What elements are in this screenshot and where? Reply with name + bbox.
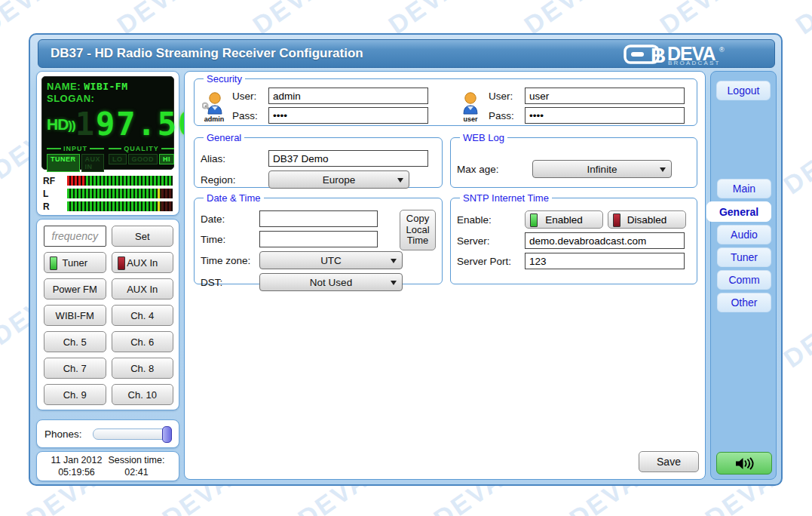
admin-user-input[interactable] bbox=[268, 88, 428, 104]
green-led-icon bbox=[50, 256, 57, 270]
svg-text:B: B bbox=[651, 44, 666, 66]
user-user-input[interactable] bbox=[525, 88, 685, 104]
preset-button-aux-in[interactable]: AUX In bbox=[112, 278, 174, 299]
copy-local-time-button[interactable]: Copy Local Time bbox=[400, 210, 436, 250]
indicator-lo: LO bbox=[109, 154, 127, 164]
button-label: Tuner bbox=[63, 257, 87, 269]
sntp-server-label: Server: bbox=[457, 235, 525, 247]
brand-watermark: DEVA bbox=[778, 131, 812, 201]
nav-stack: MainGeneralAudioTunerCommOther bbox=[711, 176, 777, 312]
timezone-select[interactable]: UTC bbox=[259, 251, 403, 269]
sntp-port-input[interactable] bbox=[525, 253, 685, 269]
user-icon-label: user bbox=[457, 115, 484, 123]
meter-r: R bbox=[43, 200, 176, 213]
sntp-server-input[interactable] bbox=[525, 232, 685, 249]
sntp-port-label: Server Port: bbox=[457, 256, 525, 267]
indicator-tuner: TUNER bbox=[47, 154, 80, 172]
datetime-legend: Date & Time bbox=[204, 192, 264, 204]
input-indicators: TUNERAUX IN bbox=[47, 154, 104, 172]
chevron-down-icon bbox=[391, 259, 397, 263]
sidebar-item-audio[interactable]: Audio bbox=[717, 225, 771, 244]
alias-input[interactable] bbox=[268, 150, 428, 167]
region-select[interactable]: Europe bbox=[268, 170, 409, 189]
chevron-down-icon bbox=[397, 178, 403, 183]
preset-button-power-fm[interactable]: Power FM bbox=[44, 278, 106, 299]
preset-button-wibi-fm[interactable]: WIBI-FM bbox=[44, 305, 106, 326]
preset-button-ch-5[interactable]: Ch. 5 bbox=[44, 331, 106, 352]
sidebar-item-main[interactable]: Main bbox=[717, 179, 771, 198]
hd-radio-icon: HD)) bbox=[47, 115, 75, 134]
weblog-section: WEB Log Max age: Infinite bbox=[450, 132, 697, 188]
page: DEVADEVADEVADEVADEVADEVADEVADEVADEVADEVA… bbox=[0, 0, 812, 516]
meter-l: L bbox=[43, 187, 176, 200]
meter-segment-dim bbox=[161, 201, 173, 211]
user-pass-input[interactable] bbox=[525, 107, 685, 124]
preset-button-ch-10[interactable]: Ch. 10 bbox=[112, 384, 174, 405]
nav-sidebar: Logout MainGeneralAudioTunerCommOther bbox=[710, 71, 777, 480]
meter-label: L bbox=[43, 189, 67, 199]
admin-icon-label: admin bbox=[201, 115, 228, 123]
meter-segment-red bbox=[67, 176, 86, 186]
dst-select[interactable]: Not Used bbox=[259, 273, 403, 291]
lcd-slogan-line: SLOGAN: bbox=[47, 93, 169, 105]
preset-button-ch-4[interactable]: Ch. 4 bbox=[112, 305, 174, 326]
button-label: Ch. 7 bbox=[63, 363, 87, 374]
device-datetime: 11 Jan 2012 05:19:56 bbox=[51, 454, 103, 478]
general-section: General Alias: Region: Europe bbox=[194, 132, 443, 188]
admin-pass-input[interactable] bbox=[268, 107, 428, 124]
sidebar-item-comm[interactable]: Comm bbox=[717, 270, 771, 290]
sidebar-item-general[interactable]: General bbox=[706, 201, 771, 222]
phones-slider-thumb[interactable] bbox=[162, 426, 172, 443]
main-content: Security admin User: bbox=[184, 71, 706, 480]
save-button[interactable]: Save bbox=[639, 451, 699, 472]
preset-button-ch-9[interactable]: Ch. 9 bbox=[44, 384, 106, 405]
status-panel: 11 Jan 2012 05:19:56 Session time: 02:41 bbox=[36, 451, 179, 481]
quality-indicator-group: QUALITY LOGOODHI bbox=[109, 145, 174, 172]
preset-button-ch-7[interactable]: Ch. 7 bbox=[44, 358, 106, 379]
sntp-disabled-button[interactable]: Disabled bbox=[608, 210, 686, 229]
session-label: Session time: bbox=[108, 454, 164, 466]
sntp-enabled-button[interactable]: Enabled bbox=[525, 210, 603, 229]
meter-bar bbox=[67, 176, 173, 186]
date-label: Date: bbox=[201, 213, 259, 225]
sidebar-item-other[interactable]: Other bbox=[717, 293, 771, 312]
time-input[interactable] bbox=[259, 231, 378, 247]
logout-button[interactable]: Logout bbox=[716, 81, 771, 100]
security-legend: Security bbox=[204, 73, 245, 84]
meter-bar bbox=[67, 189, 173, 198]
meter-segment-green bbox=[67, 189, 158, 198]
preset-button-aux-in[interactable]: AUX In bbox=[112, 252, 174, 273]
page-title: DB37 - HD Radio Streaming Receiver Confi… bbox=[51, 46, 363, 61]
user-credentials: user User: Pass: bbox=[457, 88, 691, 124]
tuner-button-grid: Set TunerAUX InPower FMAUX InWIBI-FMCh. … bbox=[44, 226, 173, 405]
date-input[interactable] bbox=[259, 210, 378, 227]
preset-button-tuner[interactable]: Tuner bbox=[44, 252, 106, 273]
maxage-select[interactable]: Infinite bbox=[532, 160, 672, 178]
tuner-buttons-panel: Set TunerAUX InPower FMAUX InWIBI-FMCh. … bbox=[36, 219, 179, 410]
set-button[interactable]: Set bbox=[112, 226, 174, 247]
admin-credentials: admin User: Pass: bbox=[201, 88, 434, 124]
audio-monitor-button[interactable] bbox=[716, 452, 772, 475]
alias-label: Alias: bbox=[201, 153, 268, 164]
button-label: Ch. 6 bbox=[130, 336, 154, 348]
user-icon: user bbox=[457, 89, 484, 123]
frequency-input[interactable] bbox=[44, 226, 106, 247]
meter-label: R bbox=[43, 201, 67, 212]
chevron-down-icon bbox=[391, 281, 397, 285]
button-label: WIBI-FM bbox=[56, 310, 94, 321]
datetime-section: Date & Time Date: Time: Time zone: UTC D… bbox=[194, 192, 443, 284]
device-date: 11 Jan 2012 bbox=[51, 454, 103, 466]
phones-volume-slider[interactable] bbox=[93, 428, 171, 440]
sntp-section: SNTP Internet Time Enable: Enabled Disab… bbox=[450, 192, 697, 284]
green-led-icon bbox=[530, 213, 538, 227]
meter-segment-green bbox=[86, 176, 173, 186]
dst-label: DST: bbox=[201, 277, 259, 288]
timezone-label: Time zone: bbox=[201, 255, 259, 266]
meter-label: RF bbox=[43, 176, 67, 186]
svg-text:BROADCAST: BROADCAST bbox=[668, 60, 721, 66]
preset-button-ch-8[interactable]: Ch. 8 bbox=[112, 358, 174, 379]
phones-panel: Phones: bbox=[36, 419, 179, 448]
button-label: Ch. 8 bbox=[130, 363, 154, 374]
sidebar-item-tuner[interactable]: Tuner bbox=[717, 247, 771, 267]
preset-button-ch-6[interactable]: Ch. 6 bbox=[112, 331, 174, 352]
